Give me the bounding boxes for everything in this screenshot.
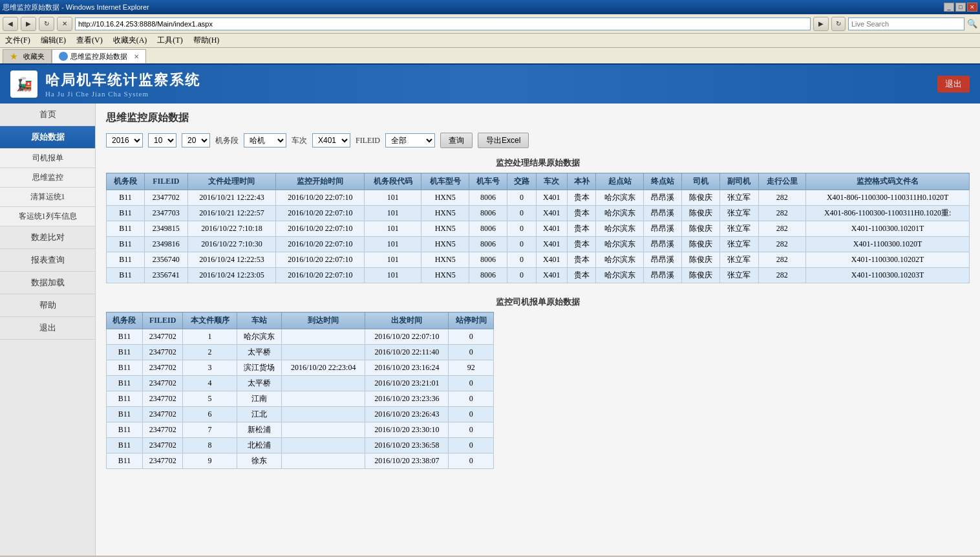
day-select[interactable]: 2021222324 bbox=[182, 133, 210, 147]
sidebar-item-driver-report[interactable]: 司机报单 bbox=[0, 149, 95, 168]
sidebar-item-report-query[interactable]: 报表查询 bbox=[0, 249, 95, 272]
sidebar-item-home[interactable]: 首页 bbox=[0, 104, 95, 126]
table-cell: 2347702 bbox=[142, 391, 183, 407]
stop-btn[interactable]: ✕ bbox=[57, 17, 72, 31]
table2-section: 监控司机报单原始数据 机务段FILEID本文件顺序车站到达时间出发时间站停时间 … bbox=[106, 296, 970, 469]
sidebar-item-help[interactable]: 帮助 bbox=[0, 294, 95, 317]
favorites-btn[interactable]: ★ 收藏夹 bbox=[3, 49, 52, 63]
back-btn[interactable]: ◀ bbox=[3, 17, 18, 31]
table-cell: 哈尔滨东 bbox=[596, 190, 644, 206]
table-row: B1123477026江北2016/10/20 23:26:430 bbox=[107, 407, 494, 422]
table-cell: 0 bbox=[507, 252, 537, 268]
table-row: B1123477021哈尔滨东2016/10/20 22:07:100 bbox=[107, 329, 494, 345]
table-cell: 陈俊庆 bbox=[682, 206, 720, 221]
refresh-btn2[interactable]: ↻ bbox=[831, 17, 846, 31]
sidebar-item-siwei[interactable]: 思维监控 bbox=[0, 168, 95, 188]
table-cell: HXN5 bbox=[421, 252, 469, 268]
table1-col-header: 监控格式码文件名 bbox=[806, 173, 970, 190]
table-cell: X401-1100300.1020T bbox=[806, 237, 970, 252]
table-cell: 2016/10/21 12:22:57 bbox=[187, 206, 276, 221]
refresh-btn[interactable]: ↻ bbox=[39, 17, 54, 31]
table-cell: B11 bbox=[107, 391, 143, 407]
sidebar-item-data-download[interactable]: 数据加载 bbox=[0, 272, 95, 294]
table-cell: 8006 bbox=[469, 237, 507, 252]
table-cell: HXN5 bbox=[421, 190, 469, 206]
table-cell: B11 bbox=[107, 422, 143, 438]
table-cell: 2016/10/20 22:11:40 bbox=[365, 345, 449, 360]
table-cell: 哈尔滨东 bbox=[596, 237, 644, 252]
address-bar[interactable] bbox=[75, 17, 811, 30]
minimize-btn[interactable]: _ bbox=[944, 3, 954, 12]
table2-col-header: 站停时间 bbox=[449, 312, 494, 329]
menu-edit[interactable]: 编辑(E) bbox=[41, 35, 66, 46]
table-cell: 8006 bbox=[469, 206, 507, 221]
maximize-btn[interactable]: □ bbox=[955, 3, 966, 12]
fileid-select[interactable]: 全部23477022349815 bbox=[385, 133, 435, 147]
menu-help[interactable]: 帮助(H) bbox=[193, 35, 220, 46]
table-cell: 2016/10/20 22:07:10 bbox=[276, 221, 365, 237]
table-cell: 哈尔滨东 bbox=[596, 206, 644, 221]
menu-view[interactable]: 查看(V) bbox=[76, 35, 103, 46]
table-row: B1123498152016/10/22 7:10:182016/10/20 2… bbox=[107, 221, 970, 237]
app-logo: 🚂 bbox=[10, 71, 37, 98]
table-cell: 282 bbox=[758, 252, 806, 268]
app-title-cn: 哈局机车统计监察系统 bbox=[45, 71, 200, 90]
table-cell: 9 bbox=[183, 453, 237, 469]
table-cell: 2356741 bbox=[145, 268, 187, 283]
export-button[interactable]: 导出Excel bbox=[478, 133, 529, 148]
menu-tools[interactable]: 工具(T) bbox=[157, 35, 182, 46]
logout-button[interactable]: 退出 bbox=[937, 76, 970, 93]
table-cell: 昂昂溪 bbox=[644, 206, 682, 221]
sidebar-item-keyu[interactable]: 客运统1列车信息 bbox=[0, 207, 95, 226]
active-tab[interactable]: 思维监控原始数据 ✕ bbox=[52, 49, 146, 63]
month-select[interactable]: 10090807 bbox=[148, 133, 176, 147]
table-cell: 陈俊庆 bbox=[682, 237, 720, 252]
go-btn[interactable]: ▶ bbox=[813, 17, 829, 31]
table-cell: 0 bbox=[507, 268, 537, 283]
tab-close-icon[interactable]: ✕ bbox=[134, 53, 139, 60]
table-cell: 张立军 bbox=[720, 206, 758, 221]
table-cell: 陈俊庆 bbox=[682, 268, 720, 283]
table-cell: B11 bbox=[107, 190, 145, 206]
table-cell: 贵本 bbox=[567, 190, 596, 206]
table-cell: 0 bbox=[449, 407, 494, 422]
sidebar-item-qingsuan[interactable]: 清算运统1 bbox=[0, 188, 95, 207]
query-button[interactable]: 查询 bbox=[440, 133, 473, 148]
jiwuduan-label: 机务段 bbox=[215, 135, 239, 146]
table-cell: 2347702 bbox=[142, 453, 183, 469]
table-cell: 2347702 bbox=[142, 345, 183, 360]
table-cell: 2347702 bbox=[145, 190, 187, 206]
checi-select[interactable]: X401X402X403 bbox=[312, 133, 350, 147]
browser-title-bar: 思维监控原始数据 - Windows Internet Explorer _ □… bbox=[0, 0, 980, 14]
table-cell: 张立军 bbox=[720, 221, 758, 237]
table-row: B1123477024太平桥2016/10/20 23:21:010 bbox=[107, 376, 494, 391]
table-cell: 2016/10/20 22:07:10 bbox=[276, 252, 365, 268]
table-cell: B11 bbox=[107, 237, 145, 252]
app-title-en: Ha Ju Ji Che Jian Cha System bbox=[45, 90, 200, 98]
table-cell: B11 bbox=[107, 376, 143, 391]
table-cell: 北松浦 bbox=[237, 438, 282, 453]
sidebar-item-data-compare[interactable]: 数差比对 bbox=[0, 226, 95, 249]
menu-file[interactable]: 文件(F) bbox=[5, 35, 30, 46]
sidebar-item-raw-data[interactable]: 原始数据 bbox=[0, 126, 95, 149]
table-cell: 新松浦 bbox=[237, 422, 282, 438]
table-cell: 陈俊庆 bbox=[682, 190, 720, 206]
year-select[interactable]: 201620152014 bbox=[106, 133, 143, 147]
table-cell bbox=[282, 453, 365, 469]
table2-col-header: 本文件顺序 bbox=[183, 312, 237, 329]
table-cell: 太平桥 bbox=[237, 376, 282, 391]
table-row: B1123477022太平桥2016/10/20 22:11:400 bbox=[107, 345, 494, 360]
sidebar-item-logout[interactable]: 退出 bbox=[0, 317, 95, 340]
menu-favorites[interactable]: 收藏夹(A) bbox=[113, 35, 147, 46]
table-cell: X401 bbox=[536, 237, 567, 252]
table-cell: 2349816 bbox=[145, 237, 187, 252]
table-cell: 2356740 bbox=[145, 252, 187, 268]
tab-label: 思维监控原始数据 bbox=[70, 52, 127, 61]
search-icon[interactable]: 🔍 bbox=[967, 19, 977, 29]
table-cell: 282 bbox=[758, 221, 806, 237]
search-input[interactable] bbox=[848, 17, 964, 30]
jiwuduan-select[interactable]: 哈机绥化牡丹江 bbox=[244, 133, 286, 147]
forward-btn[interactable]: ▶ bbox=[21, 17, 36, 31]
close-btn[interactable]: ✕ bbox=[967, 3, 977, 12]
app-header: 🚂 哈局机车统计监察系统 Ha Ju Ji Che Jian Cha Syste… bbox=[0, 65, 980, 104]
